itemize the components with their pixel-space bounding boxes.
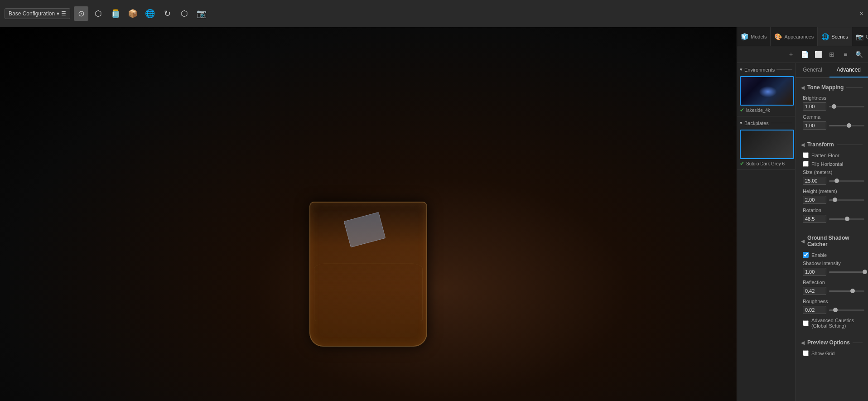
roughness-slider[interactable] (829, 307, 864, 313)
search-panel-icon[interactable]: 🔍 (854, 49, 864, 60)
height-input[interactable] (803, 196, 826, 204)
tab-appearances-label: Appearances (784, 34, 814, 39)
brightness-row (803, 102, 864, 111)
reflection-slider[interactable] (829, 288, 864, 294)
list-icon[interactable]: ≡ (840, 49, 851, 60)
tab-advanced[interactable]: Advanced (829, 63, 868, 77)
brightness-slider[interactable] (829, 103, 864, 110)
size-thumb[interactable] (834, 179, 839, 183)
render-viewport (0, 27, 737, 401)
rotation-track (829, 218, 864, 220)
roughness-input[interactable] (803, 306, 826, 314)
tab-scenes[interactable]: 🌐 Scenes (818, 27, 852, 46)
panels-container: ▾ Environments ✔ lakeside_4k ▾ (737, 63, 868, 401)
glass-reflection (314, 263, 423, 321)
gamma-slider[interactable] (829, 122, 864, 129)
tab-general[interactable]: General (796, 63, 829, 77)
shadow-intensity-track (829, 271, 864, 273)
transform-section: ◀ Transform Flatten Floor Flip Hor (799, 139, 864, 228)
backplate-name: Sutdio Dark Grey 6 (746, 161, 785, 166)
roughness-group: Roughness (803, 299, 864, 314)
shadow-intensity-slider[interactable] (829, 269, 864, 275)
tab-models-label: Models (751, 34, 767, 39)
height-track (829, 199, 864, 201)
toolbar-close-button[interactable]: × (860, 10, 863, 17)
ground-shadow-header[interactable]: ◀ Ground Shadow Catcher (799, 232, 864, 250)
environment-thumbnail[interactable] (740, 76, 794, 106)
toolbar-mesh-icon[interactable]: ⬡ (91, 6, 106, 21)
flip-horizontal-checkbox[interactable] (803, 161, 809, 167)
shadow-intensity-thumb[interactable] (863, 270, 867, 274)
advanced-caustics-checkbox[interactable] (803, 320, 809, 326)
env-glow (759, 86, 777, 97)
viewport (0, 27, 737, 401)
toolbar-env-icon[interactable]: 🌐 (143, 6, 157, 21)
config-selector[interactable]: Base Configuration ▾ ☰ (5, 8, 70, 19)
roughness-thumb[interactable] (833, 308, 838, 312)
reflection-thumb[interactable] (850, 289, 855, 293)
toolbar-icons: ⊙ ⬡ 🫙 📦 🌐 ↻ ⬡ 📷 (74, 6, 209, 21)
toolbar-object-icon[interactable]: 📦 (125, 6, 140, 21)
show-grid-checkbox[interactable] (803, 350, 809, 356)
toolbar-refresh-icon[interactable]: ↻ (160, 6, 174, 21)
tab-cameras[interactable]: 📷 Cameras (852, 27, 868, 46)
brightness-input[interactable] (803, 102, 826, 111)
shadow-intensity-input[interactable] (803, 268, 826, 276)
height-group: Height (meters) (803, 188, 864, 204)
gamma-thumb[interactable] (847, 123, 851, 128)
tab-models[interactable]: 🧊 Models (737, 27, 771, 46)
backplates-label: Backplates (744, 121, 769, 126)
environments-arrow-icon: ▾ (740, 67, 743, 72)
toolbar-export-icon[interactable]: ⬡ (177, 6, 192, 21)
size-slider[interactable] (829, 178, 864, 184)
tone-mapping-header[interactable]: ◀ Tone Mapping (799, 82, 864, 93)
roughness-row (803, 306, 864, 314)
ice-cube (344, 212, 386, 248)
scene-object (300, 193, 436, 365)
add-icon[interactable]: ＋ (786, 49, 796, 60)
gamma-group: Gamma (803, 114, 864, 130)
rotation-slider[interactable] (829, 216, 864, 222)
enable-row: Enable (803, 252, 864, 258)
environments-panel: ▾ Environments ✔ lakeside_4k ▾ (737, 63, 796, 401)
tone-mapping-section: ◀ Tone Mapping Brightness (799, 82, 864, 135)
flatten-floor-row: Flatten Floor (803, 152, 864, 158)
reflection-input[interactable] (803, 287, 826, 295)
advanced-caustics-label: Advanced Caustics (Global Setting) (811, 318, 864, 329)
environment-label: ✔ lakeside_4k (740, 107, 792, 113)
gamma-input[interactable] (803, 121, 826, 130)
flip-horizontal-label: Flip Horizontal (811, 161, 843, 167)
flatten-floor-checkbox[interactable] (803, 152, 809, 158)
enable-checkbox[interactable] (803, 252, 809, 258)
shadow-intensity-fill (829, 271, 863, 273)
tab-appearances[interactable]: 🎨 Appearances (771, 27, 818, 46)
advanced-caustics-row: Advanced Caustics (Global Setting) (803, 318, 864, 329)
backplate-thumbnail[interactable] (740, 130, 794, 159)
backplates-section: ▾ Backplates ✔ Sutdio Dark Grey 6 (737, 116, 795, 170)
toolbar-render-icon[interactable]: ⊙ (74, 6, 88, 21)
rotation-thumb[interactable] (845, 217, 849, 221)
transform-header[interactable]: ◀ Transform (799, 139, 864, 150)
roughness-track (829, 309, 864, 311)
tone-mapping-line (846, 87, 863, 88)
height-thumb[interactable] (833, 198, 837, 202)
shadow-intensity-label: Shadow Intensity (803, 261, 864, 266)
main-content: 🧊 Models 🎨 Appearances 🌐 Scenes 📷 Camera… (0, 27, 868, 401)
tab-cameras-label: Cameras (866, 34, 868, 39)
show-grid-label: Show Grid (811, 351, 834, 356)
toolbar-material-icon[interactable]: 🫙 (108, 6, 123, 21)
layout1-icon[interactable]: ⬜ (813, 49, 824, 60)
environment-check-icon: ✔ (740, 107, 744, 113)
toolbar-camera-icon[interactable]: 📷 (194, 6, 209, 21)
transform-body: Flatten Floor Flip Horizontal Size (mete… (799, 150, 864, 228)
size-input[interactable] (803, 177, 826, 185)
brightness-thumb[interactable] (832, 104, 836, 109)
shadow-intensity-group: Shadow Intensity (803, 261, 864, 276)
backplates-divider (771, 123, 792, 123)
height-slider[interactable] (829, 197, 864, 203)
layout2-icon[interactable]: ⊞ (826, 49, 837, 60)
preview-options-header[interactable]: ◀ Preview Options (799, 337, 864, 348)
rotation-input[interactable] (803, 215, 826, 223)
transform-arrow-icon: ◀ (801, 142, 805, 147)
new-file-icon[interactable]: 📄 (799, 49, 810, 60)
